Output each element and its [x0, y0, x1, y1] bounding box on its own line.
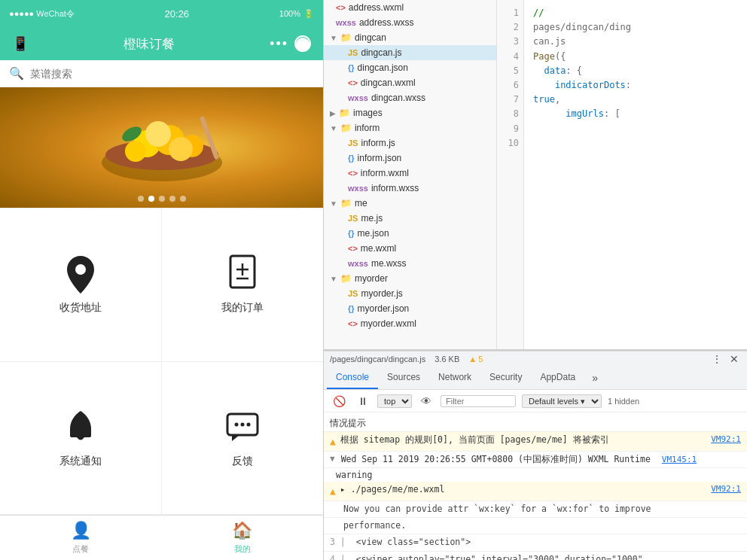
arrow-down-icon-3: ▼ — [330, 199, 337, 208]
tree-item-me-js[interactable]: JS me.js — [324, 211, 496, 226]
file-name: myorder.js — [361, 288, 402, 299]
console-link-3[interactable]: VM92:1 — [711, 483, 741, 496]
code-line-2: pages/dingcan/ding — [533, 20, 738, 35]
svg-point-6 — [169, 137, 193, 161]
tab-dingcan[interactable]: 👤 点餐 — [71, 521, 91, 555]
tree-item-dingcan-wxss[interactable]: wxss dingcan.wxss — [324, 90, 496, 105]
tree-item-dingcan-json[interactable]: {} dingcan.json — [324, 60, 496, 75]
tab-sources[interactable]: Sources — [378, 366, 429, 389]
tree-item-inform-js[interactable]: JS inform.js — [324, 135, 496, 151]
devtools-toolbar: 🚫 ⏸ top 👁 Default levels ▾ 1 hidden — [324, 390, 747, 412]
app-header: 📱 橙味订餐 ••• ⬤ — [0, 27, 323, 60]
food-svg — [87, 102, 237, 193]
pin-icon — [63, 254, 99, 295]
wxss-tag-icon: wxss — [336, 18, 356, 27]
tree-item-inform-wxml[interactable]: <> inform.wxml — [324, 166, 496, 181]
svg-rect-15 — [70, 434, 91, 437]
js-tag-icon-4: JS — [348, 289, 358, 298]
search-input[interactable] — [30, 68, 314, 80]
dot-1[interactable] — [138, 196, 144, 202]
dot-5[interactable] — [180, 196, 186, 202]
folder-name: myorder — [355, 273, 388, 284]
context-select[interactable]: top — [377, 394, 412, 408]
eye-button[interactable]: 👁 — [418, 394, 434, 409]
tree-item-address-wxss[interactable]: wxss address.wxss — [324, 15, 496, 30]
filter-input[interactable] — [441, 395, 516, 407]
levels-select[interactable]: Default levels ▾ — [522, 394, 602, 408]
tree-item-dingcan-wxml[interactable]: <> dingcan.wxml — [324, 75, 496, 90]
svg-point-10 — [75, 264, 86, 275]
record-icon[interactable]: ⬤ — [294, 35, 311, 52]
tree-item-dingcan-js[interactable]: JS dingcan.js — [324, 45, 496, 60]
time-display: 20:26 — [165, 8, 190, 20]
tab-appdata[interactable]: AppData — [531, 366, 584, 389]
runtime-warning-label: warning — [336, 470, 372, 480]
console-link-2[interactable]: VM145:1 — [662, 455, 697, 464]
tree-item-me-folder[interactable]: ▼ 📁 me — [324, 196, 496, 211]
notify-label: 系统通知 — [59, 455, 102, 468]
tree-item-myorder-folder[interactable]: ▼ 📁 myorder — [324, 271, 496, 286]
tree-item-myorder-json[interactable]: {} myorder.json — [324, 301, 496, 316]
folder-icon-3: 📁 — [340, 123, 352, 133]
tree-item-inform-wxss[interactable]: wxss inform.wxss — [324, 181, 496, 196]
code-line-7: indicatorDots: — [533, 78, 738, 93]
code-line-9: imgUrls: [ — [533, 107, 738, 121]
tree-item-dingcan-folder[interactable]: ▼ 📁 dingcan — [324, 30, 496, 45]
code-view-section: <view class="section"> — [356, 536, 471, 549]
console-code-2: performance. — [343, 519, 406, 532]
myorder-icon-cell[interactable]: 我的订单 — [162, 208, 324, 362]
tree-item-me-json[interactable]: {} me.json — [324, 226, 496, 241]
tab-bar: 👤 点餐 🏠 我的 — [0, 515, 323, 560]
console-link-1[interactable]: VM92:1 — [711, 434, 741, 446]
address-icon-cell[interactable]: 收货地址 — [0, 208, 162, 362]
tree-item-images-folder[interactable]: ▶ 📁 images — [324, 105, 496, 120]
file-name: dingcan.wxml — [361, 78, 416, 88]
devtools-action-icons: ⋮ ✕ — [709, 353, 741, 365]
tab-security[interactable]: Security — [480, 366, 531, 389]
feedback-icon-cell[interactable]: 反馈 — [162, 362, 324, 516]
tab-console[interactable]: Console — [327, 366, 378, 389]
dot-3[interactable] — [159, 196, 165, 202]
dock-icon[interactable]: ⋮ — [709, 353, 724, 365]
tree-item-me-wxss[interactable]: wxss me.wxss — [324, 256, 496, 271]
tree-item-address-wxml[interactable]: <> address.wxml — [324, 0, 496, 15]
battery-pct: 100% — [279, 9, 300, 18]
tree-item-inform-folder[interactable]: ▼ 📁 inform — [324, 120, 496, 135]
warning-triangle-icon: ▲ — [468, 355, 477, 364]
folder-icon-2: 📁 — [339, 108, 350, 118]
address-label: 收货地址 — [59, 301, 102, 315]
more-tabs-button[interactable]: » — [587, 372, 602, 384]
file-name: dingcan.js — [361, 47, 401, 58]
wxml-tag-icon-4: <> — [348, 244, 358, 253]
code-line-5: data: { — [533, 64, 738, 78]
dot-2[interactable] — [148, 196, 154, 202]
pause-button[interactable]: ⏸ — [355, 394, 371, 409]
console-line-4: 4 | <swiper autoplay="true" interval="30… — [324, 552, 747, 561]
tree-item-myorder-wxml[interactable]: <> myorder.wxml — [324, 316, 496, 331]
myorder-label: 我的订单 — [221, 301, 264, 315]
notify-icon-cell[interactable]: 系统通知 — [0, 362, 162, 516]
tab-me[interactable]: 🏠 我的 — [232, 521, 252, 555]
warning-icon-2: ▲ — [330, 484, 336, 499]
console-text-mewxml: ▸ ./pages/me/me.wxml — [340, 483, 700, 496]
line-numbers: 1 2 3 4 5 6 7 8 9 10 — [497, 0, 524, 349]
console-line-3: 3 | <view class="section"> — [324, 534, 747, 551]
phone-icon: 📱 — [12, 35, 29, 52]
close-devtools-icon[interactable]: ✕ — [727, 353, 741, 365]
tree-item-me-wxml[interactable]: <> me.wxml — [324, 241, 496, 256]
folder-name: inform — [355, 123, 380, 133]
tree-item-myorder-js[interactable]: JS myorder.js — [324, 286, 496, 301]
arrow-down-icon: ▼ — [330, 34, 337, 42]
console-line-code1: Now you can provide attr `wx:key` for a … — [324, 501, 747, 518]
file-name: dingcan.wxss — [371, 93, 425, 103]
tree-item-inform-json[interactable]: {} inform.json — [324, 151, 496, 166]
clear-console-button[interactable]: 🚫 — [330, 394, 349, 409]
tab-network[interactable]: Network — [429, 366, 480, 389]
more-icon[interactable]: ••• — [270, 36, 288, 52]
code-editor: 1 2 3 4 5 6 7 8 9 10 // pages/dingcan/di… — [497, 0, 747, 349]
expand-arrow-icon[interactable]: ▼ — [330, 453, 335, 466]
dot-4[interactable] — [169, 196, 175, 202]
file-name: inform.wxml — [361, 168, 409, 178]
code-line-3: can.js — [533, 35, 738, 49]
banner-food-image — [0, 87, 323, 208]
